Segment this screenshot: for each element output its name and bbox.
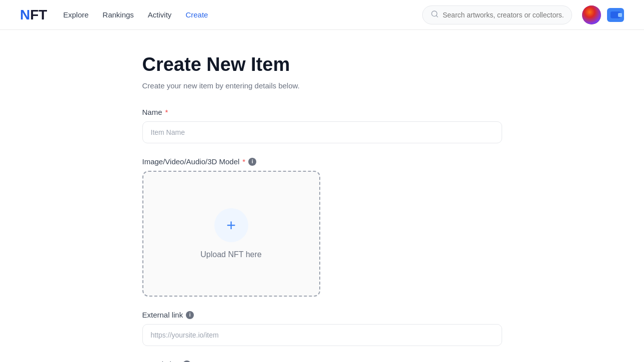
name-label-text: Name (142, 108, 162, 116)
navbar: NFT Explore Rankings Activity Create (0, 0, 644, 30)
upload-label: Upload NFT here (200, 250, 261, 259)
nav-actions (582, 5, 624, 24)
nav-activity[interactable]: Activity (148, 10, 172, 19)
nav-links: Explore Rankings Activity Create (63, 10, 422, 19)
upload-plus-circle: + (214, 208, 248, 242)
nav-explore[interactable]: Explore (63, 10, 88, 19)
description-form-group: Description i (142, 360, 502, 362)
external-link-info-icon[interactable]: i (186, 311, 194, 319)
search-input[interactable] (443, 11, 564, 19)
svg-rect-1 (611, 12, 620, 18)
nav-create[interactable]: Create (185, 10, 208, 19)
search-bar (422, 5, 572, 24)
image-form-group: Image/Video/Audio/3D Model* i + Upload N… (142, 157, 502, 297)
description-label-text: Description (142, 360, 180, 362)
logo-ft: FT (30, 7, 47, 23)
external-link-label-text: External link (142, 311, 183, 319)
wallet-icon[interactable] (607, 8, 624, 22)
external-link-label: External link i (142, 311, 502, 319)
logo[interactable]: NFT (20, 7, 47, 23)
image-required-star: * (242, 157, 245, 166)
image-info-icon[interactable]: i (248, 158, 256, 166)
description-label: Description i (142, 360, 502, 362)
logo-n: N (20, 7, 30, 23)
svg-rect-2 (611, 12, 620, 14)
image-label: Image/Video/Audio/3D Model* i (142, 157, 502, 166)
description-info-icon[interactable]: i (183, 361, 191, 362)
image-label-text: Image/Video/Audio/3D Model (142, 157, 240, 166)
nav-rankings[interactable]: Rankings (102, 10, 134, 19)
page-title: Create New Item (142, 54, 502, 75)
upload-plus-icon: + (226, 217, 236, 233)
search-icon (431, 10, 439, 20)
external-link-form-group: External link i (142, 311, 502, 346)
svg-rect-3 (617, 15, 620, 17)
upload-area[interactable]: + Upload NFT here (142, 171, 320, 297)
page-subtitle: Create your new item by entering details… (142, 81, 502, 90)
external-link-input[interactable] (142, 324, 502, 346)
name-required-star: * (165, 108, 168, 116)
avatar[interactable] (582, 5, 601, 24)
name-input[interactable] (142, 121, 502, 143)
name-form-group: Name* (142, 108, 502, 143)
main-content: Create New Item Create your new item by … (122, 30, 522, 362)
name-label: Name* (142, 108, 502, 116)
